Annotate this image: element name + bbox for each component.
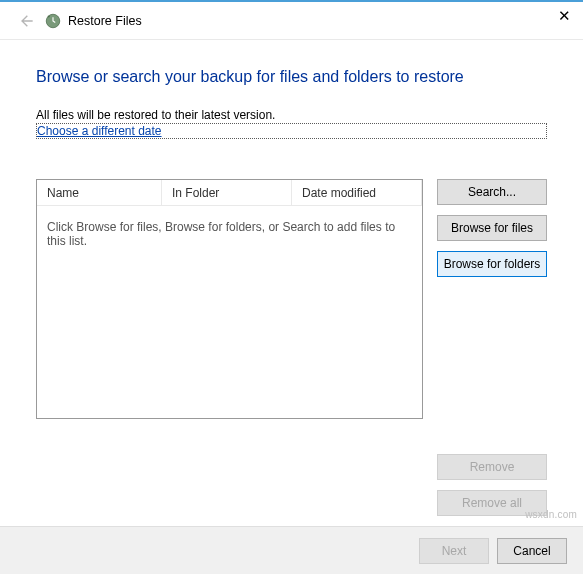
close-icon[interactable]: ✕ (558, 8, 571, 23)
side-buttons: Search... Browse for files Browse for fo… (437, 179, 547, 516)
column-name[interactable]: Name (37, 180, 162, 205)
footer: Next Cancel (0, 526, 583, 574)
middle-area: Name In Folder Date modified Click Brows… (36, 179, 547, 516)
titlebar: ✕ Restore Files (0, 2, 583, 40)
browse-folders-button[interactable]: Browse for folders (437, 251, 547, 277)
info-text: All files will be restored to their late… (36, 108, 547, 122)
list-body: Click Browse for files, Browse for folde… (37, 206, 422, 418)
remove-button: Remove (437, 454, 547, 480)
content-area: Browse or search your backup for files a… (0, 40, 583, 526)
spacer (437, 287, 547, 444)
browse-files-button[interactable]: Browse for files (437, 215, 547, 241)
restore-icon (44, 12, 62, 30)
window-title: Restore Files (68, 14, 142, 28)
next-button: Next (419, 538, 489, 564)
page-heading: Browse or search your backup for files a… (36, 68, 547, 86)
back-button[interactable] (12, 7, 40, 35)
restore-files-window: ✕ Restore Files Browse or search your ba… (0, 0, 583, 574)
search-button[interactable]: Search... (437, 179, 547, 205)
arrow-left-icon (18, 13, 34, 29)
column-folder[interactable]: In Folder (162, 180, 292, 205)
watermark: wsxdn.com (525, 509, 577, 520)
cancel-button[interactable]: Cancel (497, 538, 567, 564)
column-date[interactable]: Date modified (292, 180, 422, 205)
empty-placeholder: Click Browse for files, Browse for folde… (47, 220, 412, 248)
choose-date-link[interactable]: Choose a different date (36, 123, 547, 139)
file-list[interactable]: Name In Folder Date modified Click Brows… (36, 179, 423, 419)
list-header: Name In Folder Date modified (37, 180, 422, 206)
